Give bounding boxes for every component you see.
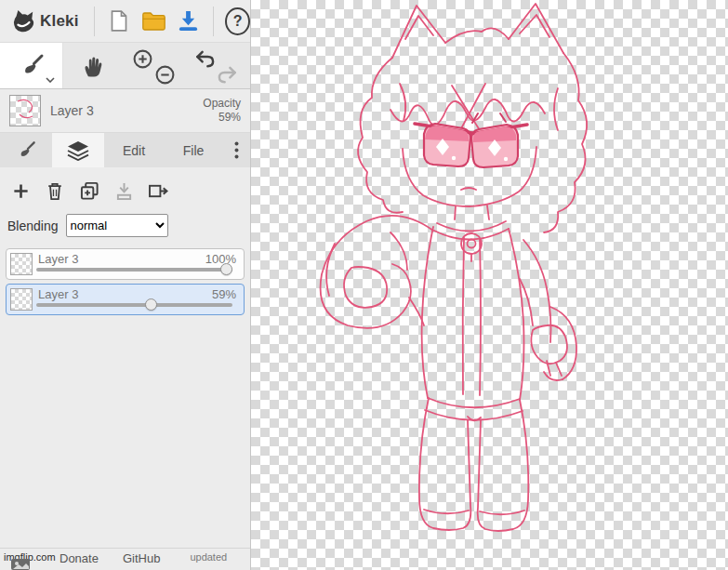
imgflip-logo-icon [11,557,30,570]
current-layer-preview: Layer 3 Opacity 59% [0,89,250,133]
layer-opacity-value: 59% [212,287,236,301]
undo-icon [194,49,216,69]
layer-thumbnail [10,288,33,311]
tab-row: Edit File [0,133,250,167]
hand-icon [81,54,105,78]
canvas[interactable] [251,0,728,570]
slider-thumb[interactable] [220,263,232,275]
opacity-slider[interactable] [36,268,232,272]
brush-icon [19,53,45,79]
tool-row [0,43,250,89]
layers-panel: Blending normal Layer 3 100% Layer 3 [0,167,250,548]
opacity-label: Opacity [203,97,241,111]
hand-tool-button[interactable] [63,43,123,88]
character-drawing [251,0,728,570]
chevron-down-icon [46,72,55,86]
merge-down-icon [115,181,133,201]
new-file-icon [110,9,128,33]
donate-link[interactable]: Donate [60,551,99,565]
kleki-logo-icon [11,9,35,33]
download-icon [178,9,199,33]
new-file-button[interactable] [104,4,135,39]
kleki-app: Kleki [0,0,728,570]
blending-row: Blending normal [7,214,245,237]
kleki-logo: Kleki [11,9,79,33]
blending-label: Blending [7,219,59,233]
trash-icon [46,181,63,201]
duplicate-layer-button[interactable] [76,179,102,203]
history-group [185,43,247,88]
app-title: Kleki [40,12,79,31]
tab-layers[interactable] [52,133,104,167]
zoom-out-icon [154,64,176,86]
github-link[interactable]: GitHub [123,551,160,565]
open-file-button[interactable] [139,4,169,39]
brush-tool-button[interactable] [0,43,63,88]
folder-icon [141,11,166,32]
opacity-readout: Opacity 59% [203,97,241,125]
layer-list: Layer 3 100% Layer 3 59% [6,248,245,315]
sketch-lines [321,4,588,531]
zoom-group [123,43,185,88]
current-layer-name: Layer 3 [50,103,94,118]
layer-row-top[interactable]: Layer 3 100% [6,248,245,280]
opacity-value: 59% [203,111,241,125]
zoom-out-button[interactable] [152,62,177,86]
blending-select[interactable]: normal [66,214,168,237]
duplicate-icon [80,181,99,201]
layer-name: Layer 3 [38,287,78,301]
topbar: Kleki [0,0,250,43]
separator [213,7,214,36]
layer-name: Layer 3 [38,252,78,266]
plus-icon [12,182,30,200]
kebab-menu-icon [234,141,239,159]
zoom-in-button[interactable] [130,46,154,71]
opacity-slider[interactable] [36,303,232,307]
layer-row-selected[interactable]: Layer 3 59% [6,284,245,315]
slider-thumb[interactable] [145,298,157,311]
tab-edit[interactable]: Edit [104,133,164,167]
brush-tab-icon [16,140,36,161]
thumbnail-sketch [10,96,40,126]
separator [94,7,95,36]
updated-label: updated [190,551,227,563]
help-icon: ? [233,13,243,30]
merge-layer-button[interactable] [111,179,137,203]
more-menu-button[interactable] [223,133,250,167]
layers-icon [67,140,89,161]
zoom-in-icon [132,48,153,70]
tab-brush-settings[interactable] [0,133,52,167]
help-button[interactable]: ? [225,7,250,35]
layer-thumbnail[interactable] [9,95,41,126]
undo-button[interactable] [192,46,217,71]
delete-layer-button[interactable] [42,179,68,203]
transform-layer-button[interactable] [145,179,171,203]
transform-icon [148,182,169,200]
tab-file[interactable]: File [164,133,223,167]
layer-opacity-value: 100% [205,252,236,266]
left-panel: Kleki [0,0,251,570]
save-button[interactable] [173,4,204,39]
add-layer-button[interactable] [7,179,33,203]
layer-thumbnail [10,253,33,275]
redo-button[interactable] [215,62,239,86]
redo-icon [217,65,238,85]
layer-actions [7,179,245,203]
